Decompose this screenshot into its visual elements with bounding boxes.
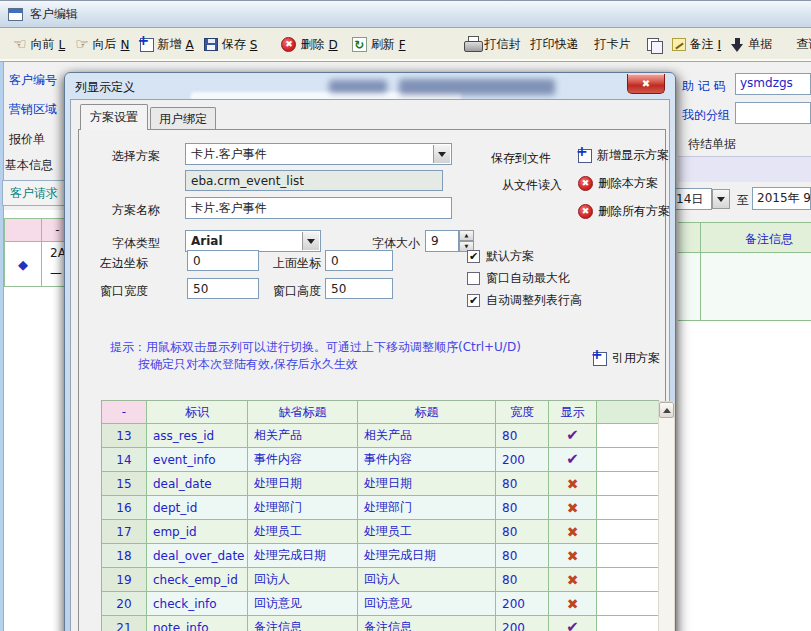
tab-user-binding[interactable]: 用户绑定 xyxy=(150,107,216,130)
table-row[interactable]: 17emp_id处理员工处理员工80✖ xyxy=(102,520,658,544)
save-button[interactable]: 保存 S xyxy=(199,33,263,56)
column-header[interactable]: - xyxy=(102,401,147,424)
cross-icon: ✖ xyxy=(567,477,579,491)
table-row[interactable]: 13ass_res_id相关产品相关产品80✔ xyxy=(102,424,658,448)
customer-request-label: 客户请求 xyxy=(10,185,58,202)
delete-button[interactable]: ✖ 删除 D xyxy=(276,33,342,56)
left-coord-input[interactable]: 0 xyxy=(187,250,259,271)
reference-scheme-button[interactable]: 引用方案 xyxy=(593,350,660,367)
note-button[interactable]: 备注 I xyxy=(667,33,727,56)
table-row[interactable]: 14event_info事件内容事件内容200✔ xyxy=(102,448,658,472)
win-width-input[interactable]: 50 xyxy=(187,278,259,299)
title-cell[interactable]: 回访人 xyxy=(358,568,496,592)
row-number-cell: 14 xyxy=(102,448,147,472)
default-title-cell: 备注信息 xyxy=(248,616,358,631)
close-button[interactable]: ✖ xyxy=(627,74,665,94)
show-cell[interactable]: ✖ xyxy=(549,520,597,544)
show-cell[interactable]: ✔ xyxy=(549,448,597,472)
font-size-input[interactable]: 9 xyxy=(425,230,459,252)
copy-pages-button[interactable] xyxy=(642,35,667,55)
checkbox-default-scheme[interactable]: ✔ 默认方案 xyxy=(467,248,534,265)
save-label: 保存 xyxy=(222,36,246,53)
customer-request-tab[interactable]: 客户请求 xyxy=(2,180,66,206)
print-express-button[interactable]: 打印快递 xyxy=(526,33,584,56)
column-header[interactable]: 标题 xyxy=(358,401,496,424)
filler-cell xyxy=(597,496,658,520)
delete-scheme-button[interactable]: ✖ 删除本方案 xyxy=(578,175,658,192)
checkbox-auto-row-height[interactable]: ✔ 自动调整列表行高 xyxy=(467,292,582,309)
query-button[interactable]: 查询 xyxy=(791,33,811,56)
font-type-combobox[interactable]: Arial xyxy=(185,230,321,252)
table-row[interactable]: 18deal_over_date处理完成日期处理完成日期80✖ xyxy=(102,544,658,568)
win-height-input[interactable]: 50 xyxy=(325,278,393,299)
mnemonic-input[interactable]: ysmdzgs xyxy=(735,73,811,95)
show-cell[interactable]: ✔ xyxy=(549,616,597,631)
date-from-dropdown-button[interactable] xyxy=(712,189,730,209)
title-cell[interactable]: 事件内容 xyxy=(358,448,496,472)
print-card-button[interactable]: 打卡片 xyxy=(590,33,636,56)
table-row[interactable]: 20check_info回访意见回访意见200✖ xyxy=(102,592,658,616)
column-id-cell: dept_id xyxy=(147,496,248,520)
new-key: A xyxy=(186,38,194,52)
show-cell[interactable]: ✖ xyxy=(549,592,597,616)
column-header[interactable]: 宽度 xyxy=(496,401,549,424)
refresh-button[interactable]: ↻ 刷新 F xyxy=(347,33,411,56)
checkbox-auto-maximize[interactable]: ✔ 窗口自动最大化 xyxy=(467,270,570,287)
title-cell[interactable]: 处理完成日期 xyxy=(358,544,496,568)
title-cell[interactable]: 回访意见 xyxy=(358,592,496,616)
query-label: 查询 xyxy=(796,36,811,53)
dialog-client-area: 方案设置 用户绑定 选择方案 卡片.客户事件 eba.crm_event_lis… xyxy=(70,99,670,631)
title-cell[interactable]: 处理部门 xyxy=(358,496,496,520)
table-vertical-scrollbar[interactable] xyxy=(658,401,675,631)
title-cell[interactable]: 处理员工 xyxy=(358,520,496,544)
copy-pages-icon xyxy=(647,38,662,52)
date-to-field[interactable]: 2015年 9 xyxy=(752,187,811,210)
save-to-file-button[interactable]: 保存到文件 xyxy=(491,150,551,167)
show-cell[interactable]: ✖ xyxy=(549,568,597,592)
notes-grid-gridline xyxy=(700,223,701,322)
document-button[interactable]: 单据 xyxy=(726,33,777,56)
column-header[interactable]: 缺省标题 xyxy=(248,401,358,424)
chevron-down-icon xyxy=(438,152,446,157)
title-cell[interactable]: 处理日期 xyxy=(358,472,496,496)
forward-button[interactable]: ☞ 向后 N xyxy=(70,33,134,56)
scheme-name-input[interactable]: 卡片.客户事件 xyxy=(185,197,452,219)
delete-all-schemes-button[interactable]: ✖ 删除所有方案 xyxy=(578,203,670,220)
save-key: S xyxy=(250,38,258,52)
table-row[interactable]: 16dept_id处理部门处理部门80✖ xyxy=(102,496,658,520)
tab-scheme-settings[interactable]: 方案设置 xyxy=(80,104,148,130)
dash-label: - xyxy=(55,223,59,237)
column-header[interactable]: 标识 xyxy=(147,401,248,424)
print-envelope-label: 打信封 xyxy=(485,36,521,53)
print-envelope-button[interactable]: 打信封 xyxy=(459,33,526,56)
date-from-field[interactable]: 14日 xyxy=(672,188,712,210)
read-from-file-button[interactable]: 从文件读入 xyxy=(502,177,562,194)
scroll-up-button[interactable] xyxy=(659,402,674,418)
left-grid-marker-cell[interactable]: ◆ xyxy=(4,241,42,287)
scheme-select-combobox[interactable]: 卡片.客户事件 xyxy=(185,143,452,165)
top-coord-input[interactable]: 0 xyxy=(325,250,393,271)
new-button[interactable]: 新增 A xyxy=(135,33,199,56)
show-cell[interactable]: ✖ xyxy=(549,472,597,496)
table-row[interactable]: 21note_info备注信息备注信息200✔ xyxy=(102,616,658,631)
table-row[interactable]: 15deal_date处理日期处理日期80✖ xyxy=(102,472,658,496)
column-header-filler xyxy=(597,401,658,424)
column-header[interactable]: 显示 xyxy=(549,401,597,424)
width-cell: 80 xyxy=(496,520,549,544)
add-scheme-button[interactable]: 新增显示方案 xyxy=(578,147,669,164)
combo-arrow-button[interactable] xyxy=(302,232,319,250)
combo-arrow-button[interactable] xyxy=(433,145,450,163)
table-row[interactable]: 19check_emp_id回访人回访人80✖ xyxy=(102,568,658,592)
cross-icon: ✖ xyxy=(567,573,579,587)
show-cell[interactable]: ✖ xyxy=(549,544,597,568)
back-button[interactable]: ☜ 向前 L xyxy=(8,33,70,56)
show-cell[interactable]: ✖ xyxy=(549,496,597,520)
title-cell[interactable]: 备注信息 xyxy=(358,616,496,631)
width-cell: 80 xyxy=(496,472,549,496)
spin-up-icon[interactable]: ▲ xyxy=(459,230,474,241)
new-label: 新增 xyxy=(158,36,182,53)
my-group-input[interactable] xyxy=(735,102,811,124)
title-cell[interactable]: 相关产品 xyxy=(358,424,496,448)
show-cell[interactable]: ✔ xyxy=(549,424,597,448)
basic-info-tab[interactable]: 基本信息 xyxy=(5,157,53,174)
